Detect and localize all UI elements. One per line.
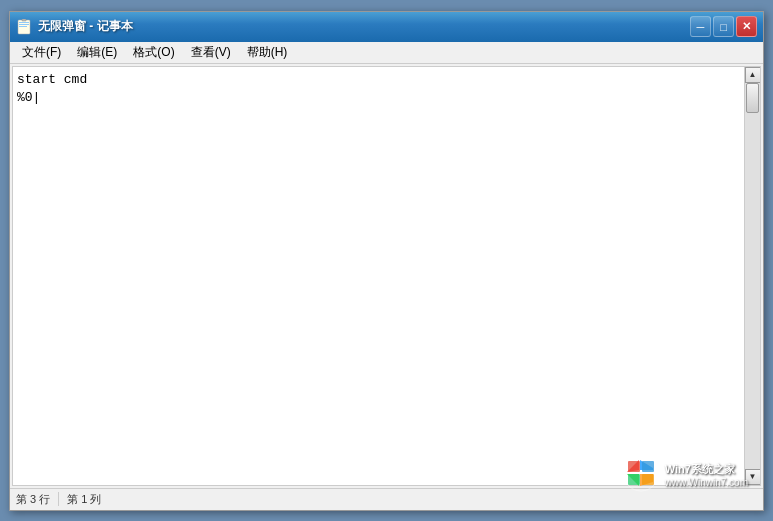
content-area: start cmd %0| ▲ ▼ bbox=[12, 66, 761, 486]
menu-help[interactable]: 帮助(H) bbox=[239, 42, 296, 63]
minimize-button[interactable]: ─ bbox=[690, 16, 711, 37]
window-controls: ─ □ ✕ bbox=[690, 16, 757, 37]
scroll-track[interactable] bbox=[745, 83, 760, 469]
title-bar-left: 无限弹窗 - 记事本 bbox=[16, 18, 133, 35]
watermark-line1: Win7系统之家 bbox=[665, 462, 748, 477]
vertical-scrollbar[interactable]: ▲ ▼ bbox=[744, 67, 760, 485]
svg-rect-7 bbox=[642, 461, 654, 472]
notepad-icon bbox=[16, 19, 32, 35]
svg-rect-9 bbox=[642, 474, 654, 485]
svg-rect-2 bbox=[19, 24, 29, 25]
svg-rect-4 bbox=[22, 19, 26, 21]
svg-rect-8 bbox=[628, 474, 640, 485]
scroll-up-button[interactable]: ▲ bbox=[745, 67, 761, 83]
notepad-window: 无限弹窗 - 记事本 ─ □ ✕ 文件(F) 编辑(E) 格式(O) 查看(V)… bbox=[9, 11, 764, 511]
maximize-button[interactable]: □ bbox=[713, 16, 734, 37]
menu-edit[interactable]: 编辑(E) bbox=[69, 42, 125, 63]
watermark-text-block: Win7系统之家 www.Winwin7.com bbox=[665, 462, 748, 488]
svg-rect-3 bbox=[19, 26, 27, 27]
menu-file[interactable]: 文件(F) bbox=[14, 42, 69, 63]
svg-rect-6 bbox=[628, 461, 640, 472]
menu-format[interactable]: 格式(O) bbox=[125, 42, 182, 63]
status-col: 第 1 列 bbox=[67, 492, 101, 507]
watermark-line2: www.Winwin7.com bbox=[665, 477, 748, 488]
window-title: 无限弹窗 - 记事本 bbox=[38, 18, 133, 35]
svg-rect-1 bbox=[19, 22, 29, 23]
win7-logo-icon bbox=[623, 456, 659, 495]
scroll-thumb[interactable] bbox=[746, 83, 759, 113]
status-line: 第 3 行 bbox=[16, 492, 50, 507]
close-button[interactable]: ✕ bbox=[736, 16, 757, 37]
status-separator bbox=[58, 492, 59, 506]
title-bar: 无限弹窗 - 记事本 ─ □ ✕ bbox=[10, 12, 763, 42]
text-editor[interactable]: start cmd %0| bbox=[13, 67, 744, 485]
menu-view[interactable]: 查看(V) bbox=[183, 42, 239, 63]
menu-bar: 文件(F) 编辑(E) 格式(O) 查看(V) 帮助(H) bbox=[10, 42, 763, 64]
